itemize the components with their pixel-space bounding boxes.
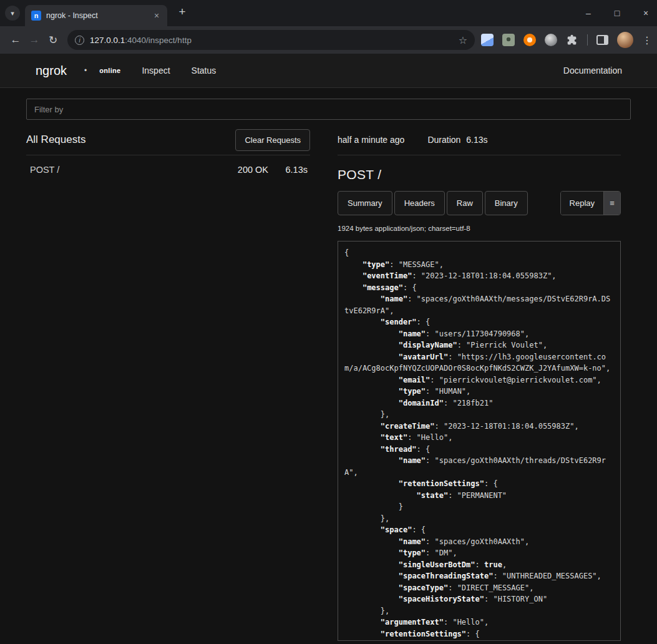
body-meta: 1924 bytes application/json; charset=utf… <box>338 225 621 232</box>
request-time-ago: half a minute ago <box>338 135 404 145</box>
minimize-button[interactable]: – <box>583 8 593 18</box>
detail-title: POST / <box>338 167 621 182</box>
url-text: 127.0.0.1:4040/inspect/http <box>90 36 454 45</box>
browser-menu-icon[interactable]: ⋮ <box>642 34 651 46</box>
replay-menu-icon[interactable]: ≡ <box>603 192 620 215</box>
requests-title: All Requests <box>26 134 85 146</box>
duration-value: 6.13s <box>466 135 487 145</box>
window-close-button[interactable]: × <box>641 8 651 18</box>
ngrok-favicon-icon: n <box>31 11 41 21</box>
tab-headers[interactable]: Headers <box>394 191 445 215</box>
screenshot-extension-icon[interactable] <box>481 34 494 46</box>
tab-summary[interactable]: Summary <box>338 191 392 215</box>
clear-requests-button[interactable]: Clear Requests <box>235 129 310 151</box>
replay-button[interactable]: Replay <box>561 192 603 215</box>
browser-tab[interactable]: n ngrok - Inspect × <box>25 5 167 26</box>
browser-chrome: ▾ n ngrok - Inspect × + – □ × ← → ↻ i 12… <box>0 0 657 54</box>
forward-button[interactable]: → <box>25 31 44 49</box>
address-bar[interactable]: i 127.0.0.1:4040/inspect/http ☆ <box>67 30 475 50</box>
request-method-path: POST / <box>30 165 238 175</box>
tab-strip: ▾ n ngrok - Inspect × + – □ × <box>0 0 657 26</box>
tab-close-icon[interactable]: × <box>151 10 162 21</box>
url-host: 127.0.0.1 <box>90 36 125 45</box>
duration-label: Duration <box>427 135 460 145</box>
url-path: :4040/inspect/http <box>125 36 192 45</box>
back-button[interactable]: ← <box>6 31 25 49</box>
requests-panel: All Requests Clear Requests POST / 200 O… <box>26 125 310 641</box>
request-status: 200 OK <box>238 165 268 175</box>
bookmark-star-icon[interactable]: ☆ <box>459 34 467 46</box>
inspect-content: All Requests Clear Requests POST / 200 O… <box>0 88 657 641</box>
request-duration: 6.13s <box>279 165 308 175</box>
tab-binary[interactable]: Binary <box>485 191 528 215</box>
status-dot-icon: • <box>84 66 87 75</box>
window-controls: – □ × <box>583 0 651 26</box>
new-tab-button[interactable]: + <box>175 5 190 19</box>
maximize-button[interactable]: □ <box>612 8 622 18</box>
ngrok-header: ngrok • online Inspect Status Documentat… <box>0 54 657 88</box>
browser-toolbar: ← → ↻ i 127.0.0.1:4040/inspect/http ☆ ⋮ <box>0 26 657 54</box>
request-body-viewer[interactable]: { "type": "MESSAGE", "eventTime": "2023-… <box>338 241 621 641</box>
nav-status[interactable]: Status <box>192 66 217 76</box>
replay-split-button: Replay ≡ <box>560 191 621 215</box>
reload-button[interactable]: ↻ <box>44 31 62 49</box>
request-body-json: { "type": "MESSAGE", "eventTime": "2023-… <box>344 247 614 640</box>
nav-inspect[interactable]: Inspect <box>142 66 170 76</box>
tab-title: ngrok - Inspect <box>46 11 151 20</box>
tab-raw[interactable]: Raw <box>447 191 483 215</box>
request-row[interactable]: POST / 200 OK 6.13s <box>26 155 310 184</box>
extension-icons: ⋮ <box>481 32 651 48</box>
mask-extension-icon[interactable] <box>502 34 515 46</box>
site-info-icon[interactable]: i <box>75 36 84 45</box>
filter-input[interactable] <box>26 99 631 120</box>
extensions-puzzle-icon[interactable] <box>566 34 578 46</box>
swirl-extension-icon[interactable] <box>545 34 557 46</box>
toolbar-divider <box>587 34 588 46</box>
profile-avatar[interactable] <box>617 32 633 48</box>
detail-tabs: Summary Headers Raw Binary Replay ≡ <box>338 191 621 215</box>
nav-documentation[interactable]: Documentation <box>563 66 622 76</box>
orange-extension-icon[interactable] <box>523 34 536 46</box>
tab-search-button[interactable]: ▾ <box>5 6 20 21</box>
online-status-badge: online <box>99 67 120 74</box>
ngrok-logo[interactable]: ngrok <box>36 64 67 78</box>
side-panel-icon[interactable] <box>596 35 608 45</box>
request-detail-panel: half a minute ago Duration 6.13s POST / … <box>338 125 621 641</box>
